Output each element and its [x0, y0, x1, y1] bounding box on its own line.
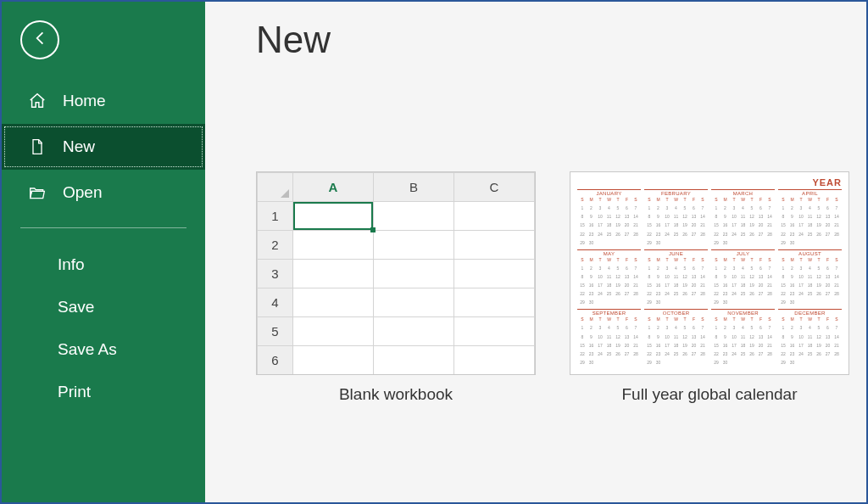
calendar-month-name: MARCH	[711, 190, 775, 197]
home-icon	[27, 91, 47, 111]
sidebar-item-label: Info	[58, 255, 85, 274]
back-arrow-icon	[31, 29, 49, 51]
template-thumbnail: A B C 1 2 3 4 5 6 7	[256, 171, 536, 375]
calendar-month: MARCHSMTWTFS1234567891011121314151617181…	[711, 189, 775, 246]
calendar-month-name: JULY	[711, 250, 775, 257]
calendar-month: OCTOBERSMTWTFS12345678910111213141516171…	[644, 309, 708, 366]
cell-a1-selected	[293, 202, 374, 231]
backstage-sidebar: Home New Open Info Save Save As Print	[2, 2, 205, 502]
calendar-month-name: SEPTEMBER	[577, 310, 641, 316]
sidebar-item-save-as[interactable]: Save As	[2, 328, 205, 371]
back-button[interactable]	[20, 20, 59, 59]
row-header: 3	[258, 260, 293, 288]
folder-open-icon	[27, 182, 47, 203]
calendar-month-name: DECEMBER	[778, 310, 842, 316]
sidebar-item-save[interactable]: Save	[2, 286, 205, 328]
sidebar-item-label: Open	[63, 183, 102, 202]
calendar-month-name: MAY	[577, 250, 641, 257]
template-gallery: A B C 1 2 3 4 5 6 7 Blank work	[256, 171, 832, 404]
template-thumbnail: YEAR JANUARYSMTWTFS123456789101112131415…	[570, 171, 849, 375]
col-header: B	[374, 173, 454, 202]
template-label: Full year global calendar	[570, 385, 849, 404]
calendar-month: MAYSMTWTFS123456789101112131415161718192…	[577, 249, 641, 306]
calendar-month-name: FEBRUARY	[644, 190, 708, 197]
sidebar-item-new[interactable]: New	[2, 124, 205, 170]
sidebar-item-label: Save As	[58, 340, 117, 359]
calendar-month: DECEMBERSMTWTFS1234567891011121314151617…	[778, 309, 842, 366]
calendar-month-name: OCTOBER	[644, 310, 708, 316]
sidebar-item-home[interactable]: Home	[2, 78, 205, 124]
row-header: 4	[258, 288, 293, 317]
calendar-month-name: NOVEMBER	[711, 310, 775, 316]
sidebar-divider	[20, 227, 186, 228]
row-header: 5	[258, 317, 293, 346]
template-full-year-calendar[interactable]: YEAR JANUARYSMTWTFS123456789101112131415…	[570, 171, 849, 404]
sidebar-item-label: Home	[63, 92, 106, 110]
calendar-month-name: JUNE	[644, 250, 708, 257]
sidebar-item-label: New	[63, 137, 95, 156]
calendar-month: FEBRUARYSMTWTFS1234567891011121314151617…	[644, 189, 708, 246]
backstage-main: New A B C 1 2 3 4	[205, 2, 866, 502]
blank-sheet-preview: A B C 1 2 3 4 5 6 7	[257, 172, 535, 375]
col-header: C	[454, 173, 535, 202]
select-all-corner	[258, 173, 293, 202]
calendar-month: JULYSMTWTFS12345678910111213141516171819…	[711, 249, 775, 306]
file-icon	[27, 137, 47, 157]
sidebar-item-label: Print	[58, 383, 91, 401]
calendar-month: JUNESMTWTFS12345678910111213141516171819…	[644, 249, 708, 306]
sidebar-item-info[interactable]: Info	[2, 244, 205, 286]
calendar-month: AUGUSTSMTWTFS123456789101112131415161718…	[778, 249, 842, 306]
calendar-month: APRILSMTWTFS1234567891011121314151617181…	[778, 189, 842, 246]
calendar-year-label: YEAR	[577, 177, 842, 188]
row-header: 2	[258, 231, 293, 260]
template-label: Blank workbook	[256, 385, 536, 404]
row-header: 7	[258, 375, 293, 376]
row-header: 6	[258, 346, 293, 375]
calendar-grid: JANUARYSMTWTFS12345678910111213141516171…	[577, 189, 842, 366]
template-blank-workbook[interactable]: A B C 1 2 3 4 5 6 7 Blank work	[256, 171, 536, 404]
sidebar-item-open[interactable]: Open	[2, 170, 205, 216]
calendar-month: NOVEMBERSMTWTFS1234567891011121314151617…	[711, 309, 775, 366]
calendar-month-name: JANUARY	[577, 190, 641, 197]
sidebar-item-print[interactable]: Print	[2, 371, 205, 413]
col-header: A	[293, 173, 374, 202]
sidebar-item-label: Save	[58, 298, 94, 316]
row-header: 1	[258, 202, 293, 231]
calendar-month: JANUARYSMTWTFS12345678910111213141516171…	[577, 189, 641, 246]
calendar-month: SEPTEMBERSMTWTFS123456789101112131415161…	[577, 309, 641, 366]
page-title: New	[256, 19, 832, 61]
calendar-month-name: AUGUST	[778, 250, 842, 257]
calendar-month-name: APRIL	[778, 190, 842, 197]
